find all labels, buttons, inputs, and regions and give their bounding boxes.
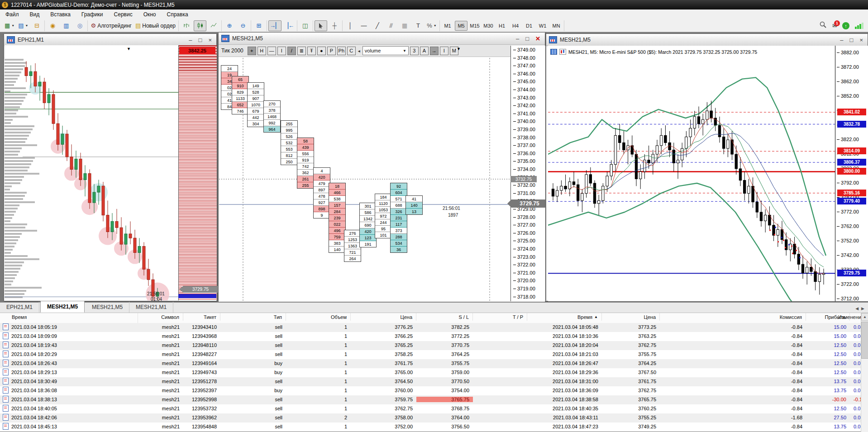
volume-mode-select[interactable]: volume▼: [362, 46, 409, 55]
column-header-1[interactable]: Символ: [138, 313, 183, 321]
table-row[interactable]: 2021.03.04 18:45:13mesh21123954848sell13…: [0, 423, 868, 432]
mid-tool-button-2[interactable]: —: [267, 47, 276, 55]
mid-tool-button-9[interactable]: Ph: [337, 47, 346, 55]
close-icon[interactable]: ×: [208, 37, 212, 43]
table-row[interactable]: 2021.03.04 18:29:13mesh21123949743buy137…: [0, 368, 868, 377]
column-header-7[interactable]: T / P: [473, 313, 527, 321]
table-row[interactable]: 2021.03.04 18:26:43mesh21123949164buy137…: [0, 359, 868, 368]
cursor-tool-button[interactable]: [315, 20, 327, 31]
table-scrollbar[interactable]: ▲: [861, 313, 868, 432]
menu-item-5[interactable]: Окно: [138, 9, 162, 19]
maximize-icon[interactable]: □: [525, 35, 529, 42]
table-row[interactable]: 2021.03.04 18:09:09mesh21123943968sell13…: [0, 332, 868, 341]
left-chart-canvas[interactable]: [5, 45, 178, 300]
menu-item-1[interactable]: Вид: [24, 9, 45, 19]
timeframe-button-h4[interactable]: H4: [509, 21, 522, 31]
table-row[interactable]: 2021.03.04 18:38:13mesh21123952998sell13…: [0, 395, 868, 404]
maximize-icon[interactable]: □: [850, 37, 854, 43]
zoom-in-button[interactable]: ⊕: [223, 20, 236, 31]
mid-tool-button-7[interactable]: ●: [317, 47, 326, 55]
mid-tool-button-3[interactable]: I: [277, 47, 286, 55]
mid-extra-button-1[interactable]: A: [420, 47, 429, 55]
line-chart-button[interactable]: [207, 20, 220, 31]
table-row[interactable]: 2021.03.04 18:20:29mesh21123948227sell13…: [0, 350, 868, 359]
right-chart-canvas[interactable]: [548, 46, 835, 301]
close-icon[interactable]: ✕: [535, 35, 540, 42]
window-titlebar[interactable]: MESH21,M5 – □ ×: [546, 34, 868, 46]
mid-extra-button-2[interactable]: →: [430, 47, 439, 55]
grid-tool[interactable]: ▦: [398, 20, 411, 31]
new-order-button[interactable]: ▤ Новый ордер: [134, 20, 177, 31]
timeframe-button-m30[interactable]: M30: [482, 21, 495, 31]
market-watch-icon[interactable]: ◉: [46, 20, 59, 31]
timeframe-button-mn[interactable]: MN: [550, 21, 563, 31]
depth-icon[interactable]: [550, 49, 557, 55]
window-titlebar[interactable]: EPH21,M1 – □ ×: [4, 34, 216, 46]
column-header-10[interactable]: Комиссия: [660, 313, 806, 321]
bars-chart-button[interactable]: [180, 20, 193, 31]
menu-item-6[interactable]: Справка: [162, 9, 194, 19]
mid-tool-button-8[interactable]: P: [327, 47, 336, 55]
update-icon[interactable]: ↑: [842, 22, 849, 29]
mid-extra-button-3[interactable]: I: [440, 47, 448, 55]
close-icon[interactable]: ×: [859, 37, 863, 43]
scroll-up-icon[interactable]: ▲: [861, 313, 868, 321]
mid-tool-button-6[interactable]: Ŧ: [307, 47, 316, 55]
notifications-icon[interactable]: ✉1: [832, 23, 837, 29]
timeframe-button-h1[interactable]: H1: [496, 21, 508, 31]
channel-tool[interactable]: ⫻: [385, 20, 397, 31]
tab-scroll-left-icon[interactable]: ◀: [855, 306, 858, 311]
menu-item-3[interactable]: Графики: [76, 9, 109, 19]
menu-item-4[interactable]: Сервис: [109, 9, 138, 19]
middle-price-ladder[interactable]: 3749.003748.003747.003746.003745.003744.…: [510, 46, 545, 301]
mid-extra-button-0[interactable]: 3: [410, 47, 419, 55]
profiles-button[interactable]: ▤▼: [17, 20, 29, 31]
candles-chart-button[interactable]: [194, 20, 206, 31]
search-icon[interactable]: [820, 21, 827, 30]
minimize-icon[interactable]: –: [189, 37, 192, 43]
column-header-5[interactable]: Цена: [351, 313, 416, 321]
timeframe-button-d1[interactable]: D1: [523, 21, 535, 31]
right-price-scale[interactable]: 3882.003872.003862.003852.003842.003832.…: [835, 46, 868, 301]
data-window-icon[interactable]: ▥: [60, 20, 72, 31]
tab-scroll-right-icon[interactable]: ▶: [861, 306, 864, 311]
auto-scroll-button[interactable]: →▏: [268, 20, 281, 31]
new-chart-button[interactable]: ▦▼: [3, 20, 16, 31]
timeframe-button-m1[interactable]: M1: [441, 21, 454, 31]
column-header-8[interactable]: Время▲: [527, 313, 602, 321]
new-chart-window-button[interactable]: ◫: [299, 20, 311, 31]
minimize-icon[interactable]: –: [516, 35, 519, 42]
ohlc-icon[interactable]: [559, 49, 566, 55]
zoom-out-button[interactable]: ⊖: [237, 20, 249, 31]
column-header-3[interactable]: Тип: [220, 313, 286, 321]
timeframe-button-m15[interactable]: M15: [468, 21, 481, 31]
menu-item-0[interactable]: Файл: [0, 9, 24, 19]
mid-tool-button-4[interactable]: /: [287, 47, 296, 55]
crosshair-tool-button[interactable]: ┼: [328, 20, 341, 31]
table-row[interactable]: 2021.03.04 18:05:19mesh21123943410sell13…: [0, 323, 868, 332]
table-row[interactable]: 2021.03.04 18:42:06mesh21123953962sell23…: [0, 413, 868, 423]
minimize-icon[interactable]: –: [840, 37, 843, 43]
vertical-line-tool[interactable]: │: [344, 20, 357, 31]
column-header-2[interactable]: Тикет: [183, 313, 220, 321]
chevron-down-icon[interactable]: ▼: [457, 47, 461, 51]
algo-trading-button[interactable]: ⚙ Алготрейдинг: [89, 20, 133, 31]
window-titlebar[interactable]: MESH21,M5 – □ ✕: [219, 33, 545, 45]
scroll-thumb[interactable]: [861, 322, 868, 359]
shapes-tool[interactable]: %▼: [425, 20, 438, 31]
table-row[interactable]: 2021.03.04 18:19:43mesh21123948110sell13…: [0, 341, 868, 350]
maximize-icon[interactable]: □: [199, 37, 202, 43]
tab-mesh21-m1[interactable]: MESH21,M1: [129, 302, 173, 313]
column-header-0[interactable]: Время: [0, 313, 138, 321]
chevron-down-icon[interactable]: ▼: [127, 47, 131, 51]
table-row[interactable]: 2021.03.04 18:40:05mesh21123953732sell13…: [0, 404, 868, 413]
mid-tool-button-10[interactable]: C: [347, 47, 356, 55]
open-data-folder-button[interactable]: ⊟: [30, 20, 43, 31]
collapse-toolbar-icon[interactable]: ◂: [358, 48, 360, 53]
horizontal-line-tool[interactable]: —: [358, 20, 370, 31]
history-table-header[interactable]: ВремяСимволТикетТипОбъемЦенаS / LT / PВр…: [0, 313, 868, 323]
menu-item-2[interactable]: Вставка: [45, 9, 76, 19]
tab-mesh21-m5[interactable]: MESH21,M5: [86, 302, 129, 313]
tile-windows-button[interactable]: ⊞: [253, 20, 265, 31]
mid-tool-button-5[interactable]: ≣: [297, 47, 306, 55]
